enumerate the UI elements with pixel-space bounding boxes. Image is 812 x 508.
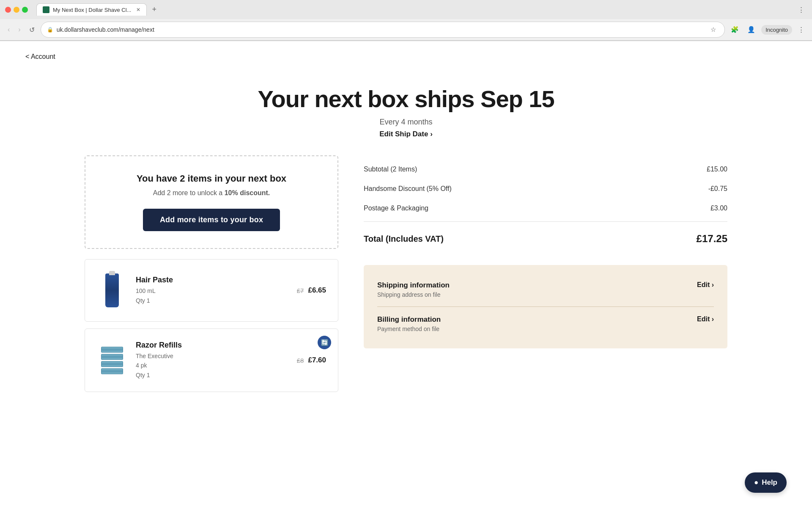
product-qty: Qty 1 bbox=[136, 297, 150, 304]
discount-row: Handsome Discount (5% Off) -£0.75 bbox=[364, 179, 727, 199]
browser-more-button[interactable]: ⋮ bbox=[796, 24, 807, 35]
tab-bar: My Next Box | Dollar Shave Cl... ✕ + bbox=[31, 3, 165, 16]
incognito-badge: Incognito bbox=[761, 25, 792, 35]
page-content: < Account Your next box ships Sep 15 Eve… bbox=[0, 41, 812, 507]
shipping-info-row: Shipping information Shipping address on… bbox=[377, 278, 714, 301]
product-name: Razor Refills bbox=[136, 341, 288, 350]
url-text: uk.dollarshaveclub.com/manage/next bbox=[57, 26, 705, 33]
discount-pre-text: Add 2 more to unlock a bbox=[153, 189, 225, 196]
hero-section: Your next box ships Sep 15 Every 4 month… bbox=[0, 72, 812, 155]
product-name: Hair Paste bbox=[136, 276, 288, 284]
razor-image bbox=[97, 341, 127, 379]
toolbar-actions: 🧩 👤 Incognito ⋮ bbox=[728, 24, 807, 35]
bookmark-icon: ☆ bbox=[708, 24, 719, 35]
address-bar[interactable]: 🔒 uk.dollarshaveclub.com/manage/next ☆ bbox=[41, 22, 725, 38]
hair-paste-info: Hair Paste 100 mL Qty 1 bbox=[136, 276, 288, 305]
help-icon: ● bbox=[754, 478, 758, 487]
info-cards: Shipping information Shipping address on… bbox=[364, 265, 727, 348]
new-tab-button[interactable]: + bbox=[148, 3, 160, 16]
razor-blade-3 bbox=[101, 361, 123, 367]
profile-button[interactable]: 👤 bbox=[745, 24, 758, 35]
help-button[interactable]: ● Help bbox=[745, 472, 787, 493]
product-card-razor-refills: Razor Refills The Executive 4 pk Qty 1 £… bbox=[85, 329, 338, 392]
discount-text: Add 2 more to unlock a 10% discount. bbox=[98, 189, 325, 197]
sale-price: £7.60 bbox=[308, 356, 326, 364]
right-column: Subtotal (2 Items) £15.00 Handsome Disco… bbox=[364, 155, 727, 348]
discount-label: Handsome Discount (5% Off) bbox=[364, 185, 452, 193]
product-size: 100 mL bbox=[136, 287, 156, 294]
total-label: Total (Includes VAT) bbox=[364, 234, 444, 244]
summary-divider bbox=[364, 221, 727, 222]
forward-button[interactable]: › bbox=[16, 24, 23, 35]
ship-frequency: Every 4 months bbox=[8, 118, 804, 127]
active-tab[interactable]: My Next Box | Dollar Shave Cl... ✕ bbox=[36, 3, 147, 16]
billing-subtitle: Payment method on file bbox=[377, 326, 441, 332]
reload-button[interactable]: ↺ bbox=[27, 24, 37, 36]
left-column: You have 2 items in your next box Add 2 … bbox=[85, 155, 338, 399]
billing-info-row: Billing information Payment method on fi… bbox=[377, 312, 714, 336]
order-summary: Subtotal (2 Items) £15.00 Handsome Disco… bbox=[364, 155, 727, 257]
info-card-divider bbox=[377, 306, 714, 307]
shipping-subtitle: Shipping address on file bbox=[377, 291, 450, 298]
total-value: £17.25 bbox=[697, 233, 727, 245]
subtotal-value: £15.00 bbox=[707, 166, 727, 173]
shipping-title: Shipping information bbox=[377, 281, 450, 290]
back-button[interactable]: ‹ bbox=[5, 24, 12, 35]
main-layout: You have 2 items in your next box Add 2 … bbox=[0, 155, 812, 399]
browser-titlebar: My Next Box | Dollar Shave Cl... ✕ + ⋮ bbox=[0, 0, 812, 19]
razor-blade-2 bbox=[101, 354, 123, 360]
tab-close-button[interactable]: ✕ bbox=[136, 7, 140, 13]
product-model: The Executive bbox=[136, 353, 173, 359]
postage-label: Postage & Packaging bbox=[364, 204, 428, 212]
subscription-icon: 🔄 bbox=[318, 336, 331, 349]
browser-chrome: My Next Box | Dollar Shave Cl... ✕ + ⋮ ‹… bbox=[0, 0, 812, 41]
account-link[interactable]: < Account bbox=[25, 53, 787, 61]
billing-title: Billing information bbox=[377, 315, 441, 324]
postage-row: Postage & Packaging £3.00 bbox=[364, 199, 727, 218]
shipping-info-text: Shipping information Shipping address on… bbox=[377, 281, 450, 298]
postage-value: £3.00 bbox=[710, 204, 727, 212]
browser-menu-button[interactable]: ⋮ bbox=[796, 4, 807, 15]
discount-value: 10% discount. bbox=[225, 189, 270, 196]
items-heading: You have 2 items in your next box bbox=[98, 173, 325, 184]
product-pack: 4 pk bbox=[136, 362, 147, 369]
sale-price: £6.65 bbox=[308, 286, 326, 295]
window-buttons bbox=[5, 7, 28, 13]
shipping-edit-link[interactable]: Edit › bbox=[697, 281, 714, 289]
secure-icon: 🔒 bbox=[47, 27, 53, 33]
incognito-label: Incognito bbox=[765, 27, 788, 33]
original-price: £8 bbox=[297, 357, 304, 364]
hair-paste-price: £7 £6.65 bbox=[297, 286, 326, 295]
edit-ship-date-link[interactable]: Edit Ship Date › bbox=[379, 130, 433, 138]
breadcrumb: < Account bbox=[0, 41, 812, 72]
razor-price: £8 £7.60 bbox=[297, 356, 326, 364]
razor-blade-4 bbox=[101, 368, 123, 374]
original-price: £7 bbox=[297, 287, 304, 294]
discount-value: -£0.75 bbox=[708, 185, 727, 193]
page-title: Your next box ships Sep 15 bbox=[8, 85, 804, 113]
razor-visual bbox=[101, 347, 123, 374]
product-meta: 100 mL Qty 1 bbox=[136, 286, 288, 305]
browser-toolbar: ‹ › ↺ 🔒 uk.dollarshaveclub.com/manage/ne… bbox=[0, 19, 812, 41]
window-close-button[interactable] bbox=[5, 7, 11, 13]
add-items-box: You have 2 items in your next box Add 2 … bbox=[85, 155, 338, 249]
hair-paste-image bbox=[97, 271, 127, 309]
extensions-button[interactable]: 🧩 bbox=[728, 24, 741, 35]
total-row: Total (Includes VAT) £17.25 bbox=[364, 225, 727, 252]
subtotal-row: Subtotal (2 Items) £15.00 bbox=[364, 160, 727, 179]
window-minimize-button[interactable] bbox=[14, 7, 19, 13]
help-label: Help bbox=[762, 478, 777, 487]
window-maximize-button[interactable] bbox=[22, 7, 28, 13]
razor-info: Razor Refills The Executive 4 pk Qty 1 bbox=[136, 341, 288, 380]
billing-info-text: Billing information Payment method on fi… bbox=[377, 315, 441, 332]
hair-paste-visual bbox=[105, 273, 119, 307]
billing-edit-link[interactable]: Edit › bbox=[697, 315, 714, 323]
product-meta: The Executive 4 pk Qty 1 bbox=[136, 351, 288, 380]
razor-blade-1 bbox=[101, 347, 123, 353]
tab-favicon bbox=[43, 6, 49, 13]
product-card-hair-paste: Hair Paste 100 mL Qty 1 £7 £6.65 bbox=[85, 259, 338, 322]
product-qty: Qty 1 bbox=[136, 372, 150, 378]
add-items-button[interactable]: Add more items to your box bbox=[143, 209, 280, 231]
subtotal-label: Subtotal (2 Items) bbox=[364, 166, 417, 173]
tab-title: My Next Box | Dollar Shave Cl... bbox=[53, 7, 131, 13]
